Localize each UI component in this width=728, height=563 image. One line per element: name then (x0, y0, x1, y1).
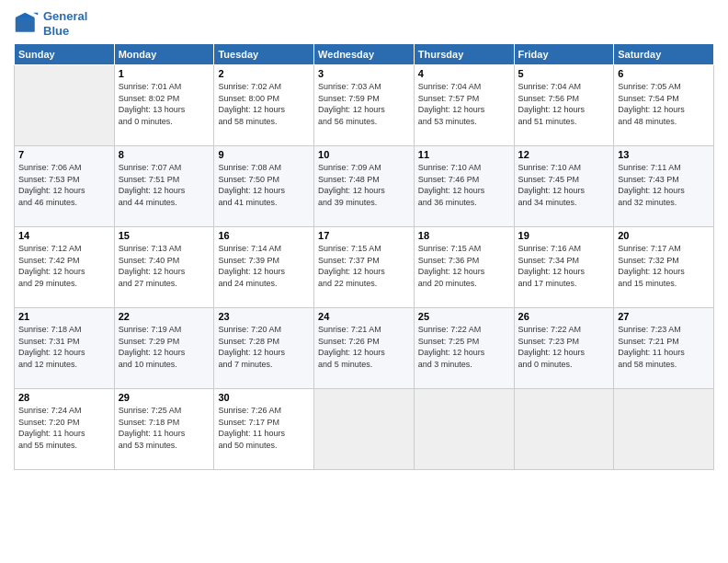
day-number: 11 (418, 149, 510, 160)
column-header-wednesday: Wednesday (314, 44, 415, 65)
day-number: 16 (218, 230, 310, 241)
day-number: 28 (18, 392, 110, 403)
day-cell: 5Sunrise: 7:04 AM Sunset: 7:56 PM Daylig… (514, 65, 614, 146)
day-cell: 26Sunrise: 7:22 AM Sunset: 7:23 PM Dayli… (514, 308, 614, 389)
calendar-body: 1Sunrise: 7:01 AM Sunset: 8:02 PM Daylig… (15, 65, 714, 470)
day-info: Sunrise: 7:09 AM Sunset: 7:48 PM Dayligh… (318, 162, 410, 208)
day-info: Sunrise: 7:08 AM Sunset: 7:50 PM Dayligh… (218, 162, 310, 208)
day-info: Sunrise: 7:26 AM Sunset: 7:17 PM Dayligh… (218, 405, 310, 451)
day-cell: 18Sunrise: 7:15 AM Sunset: 7:36 PM Dayli… (414, 227, 514, 308)
day-info: Sunrise: 7:13 AM Sunset: 7:40 PM Dayligh… (119, 243, 210, 289)
column-header-thursday: Thursday (414, 44, 514, 65)
column-header-friday: Friday (514, 44, 614, 65)
day-cell: 4Sunrise: 7:04 AM Sunset: 7:57 PM Daylig… (414, 65, 514, 146)
week-row-2: 7Sunrise: 7:06 AM Sunset: 7:53 PM Daylig… (15, 146, 714, 227)
day-info: Sunrise: 7:10 AM Sunset: 7:46 PM Dayligh… (418, 162, 510, 208)
day-cell: 6Sunrise: 7:05 AM Sunset: 7:54 PM Daylig… (614, 65, 714, 146)
column-header-monday: Monday (114, 44, 214, 65)
day-info: Sunrise: 7:01 AM Sunset: 8:02 PM Dayligh… (119, 81, 210, 127)
day-cell (614, 389, 714, 470)
day-cell: 24Sunrise: 7:21 AM Sunset: 7:26 PM Dayli… (314, 308, 415, 389)
day-number: 1 (119, 68, 210, 79)
day-number: 7 (18, 149, 110, 160)
day-info: Sunrise: 7:23 AM Sunset: 7:21 PM Dayligh… (618, 324, 710, 370)
day-number: 6 (618, 68, 710, 79)
day-number: 3 (318, 68, 410, 79)
page: GeneralBlue SundayMondayTuesdayWednesday… (0, 0, 728, 563)
day-info: Sunrise: 7:21 AM Sunset: 7:26 PM Dayligh… (318, 324, 410, 370)
day-info: Sunrise: 7:11 AM Sunset: 7:43 PM Dayligh… (618, 162, 710, 208)
day-number: 24 (318, 311, 410, 322)
day-cell: 27Sunrise: 7:23 AM Sunset: 7:21 PM Dayli… (614, 308, 714, 389)
svg-marker-1 (16, 12, 35, 17)
day-info: Sunrise: 7:18 AM Sunset: 7:31 PM Dayligh… (18, 324, 110, 370)
day-number: 8 (119, 149, 210, 160)
day-cell: 15Sunrise: 7:13 AM Sunset: 7:40 PM Dayli… (114, 227, 214, 308)
day-cell: 10Sunrise: 7:09 AM Sunset: 7:48 PM Dayli… (314, 146, 415, 227)
column-header-sunday: Sunday (15, 44, 115, 65)
week-row-4: 21Sunrise: 7:18 AM Sunset: 7:31 PM Dayli… (15, 308, 714, 389)
logo-icon (14, 11, 40, 37)
day-info: Sunrise: 7:12 AM Sunset: 7:42 PM Dayligh… (18, 243, 110, 289)
day-number: 9 (218, 149, 310, 160)
day-number: 17 (318, 230, 410, 241)
day-cell: 8Sunrise: 7:07 AM Sunset: 7:51 PM Daylig… (114, 146, 214, 227)
day-number: 4 (418, 68, 510, 79)
day-cell: 29Sunrise: 7:25 AM Sunset: 7:18 PM Dayli… (114, 389, 214, 470)
day-info: Sunrise: 7:06 AM Sunset: 7:53 PM Dayligh… (18, 162, 110, 208)
day-number: 10 (318, 149, 410, 160)
header: GeneralBlue (14, 9, 714, 38)
svg-rect-0 (16, 17, 35, 32)
day-cell: 22Sunrise: 7:19 AM Sunset: 7:29 PM Dayli… (114, 308, 214, 389)
day-cell: 7Sunrise: 7:06 AM Sunset: 7:53 PM Daylig… (15, 146, 115, 227)
day-cell: 21Sunrise: 7:18 AM Sunset: 7:31 PM Dayli… (15, 308, 115, 389)
day-info: Sunrise: 7:16 AM Sunset: 7:34 PM Dayligh… (518, 243, 610, 289)
day-cell (514, 389, 614, 470)
week-row-5: 28Sunrise: 7:24 AM Sunset: 7:20 PM Dayli… (15, 389, 714, 470)
calendar-header: SundayMondayTuesdayWednesdayThursdayFrid… (15, 44, 714, 65)
day-cell: 13Sunrise: 7:11 AM Sunset: 7:43 PM Dayli… (614, 146, 714, 227)
day-cell: 16Sunrise: 7:14 AM Sunset: 7:39 PM Dayli… (214, 227, 314, 308)
day-info: Sunrise: 7:19 AM Sunset: 7:29 PM Dayligh… (119, 324, 210, 370)
day-number: 2 (218, 68, 310, 79)
day-number: 30 (218, 392, 310, 403)
day-cell: 1Sunrise: 7:01 AM Sunset: 8:02 PM Daylig… (114, 65, 214, 146)
day-info: Sunrise: 7:04 AM Sunset: 7:57 PM Dayligh… (418, 81, 510, 127)
day-info: Sunrise: 7:04 AM Sunset: 7:56 PM Dayligh… (518, 81, 610, 127)
day-number: 22 (119, 311, 210, 322)
day-number: 18 (418, 230, 510, 241)
day-info: Sunrise: 7:15 AM Sunset: 7:37 PM Dayligh… (318, 243, 410, 289)
svg-marker-2 (33, 12, 38, 15)
day-cell: 3Sunrise: 7:03 AM Sunset: 7:59 PM Daylig… (314, 65, 415, 146)
day-cell: 11Sunrise: 7:10 AM Sunset: 7:46 PM Dayli… (414, 146, 514, 227)
day-cell (414, 389, 514, 470)
day-number: 26 (518, 311, 610, 322)
day-cell: 9Sunrise: 7:08 AM Sunset: 7:50 PM Daylig… (214, 146, 314, 227)
day-number: 14 (18, 230, 110, 241)
day-number: 21 (18, 311, 110, 322)
day-number: 23 (218, 311, 310, 322)
calendar-table: SundayMondayTuesdayWednesdayThursdayFrid… (14, 43, 714, 470)
logo-text: GeneralBlue (43, 9, 87, 38)
day-info: Sunrise: 7:25 AM Sunset: 7:18 PM Dayligh… (119, 405, 210, 451)
day-cell (15, 65, 115, 146)
day-number: 19 (518, 230, 610, 241)
day-info: Sunrise: 7:14 AM Sunset: 7:39 PM Dayligh… (218, 243, 310, 289)
day-info: Sunrise: 7:22 AM Sunset: 7:25 PM Dayligh… (418, 324, 510, 370)
week-row-3: 14Sunrise: 7:12 AM Sunset: 7:42 PM Dayli… (15, 227, 714, 308)
day-number: 25 (418, 311, 510, 322)
day-cell (314, 389, 415, 470)
day-cell: 28Sunrise: 7:24 AM Sunset: 7:20 PM Dayli… (15, 389, 115, 470)
day-number: 29 (119, 392, 210, 403)
day-number: 12 (518, 149, 610, 160)
day-cell: 30Sunrise: 7:26 AM Sunset: 7:17 PM Dayli… (214, 389, 314, 470)
day-cell: 12Sunrise: 7:10 AM Sunset: 7:45 PM Dayli… (514, 146, 614, 227)
day-number: 20 (618, 230, 710, 241)
column-header-tuesday: Tuesday (214, 44, 314, 65)
day-info: Sunrise: 7:03 AM Sunset: 7:59 PM Dayligh… (318, 81, 410, 127)
day-cell: 19Sunrise: 7:16 AM Sunset: 7:34 PM Dayli… (514, 227, 614, 308)
day-info: Sunrise: 7:15 AM Sunset: 7:36 PM Dayligh… (418, 243, 510, 289)
day-info: Sunrise: 7:05 AM Sunset: 7:54 PM Dayligh… (618, 81, 710, 127)
day-number: 27 (618, 311, 710, 322)
day-number: 13 (618, 149, 710, 160)
